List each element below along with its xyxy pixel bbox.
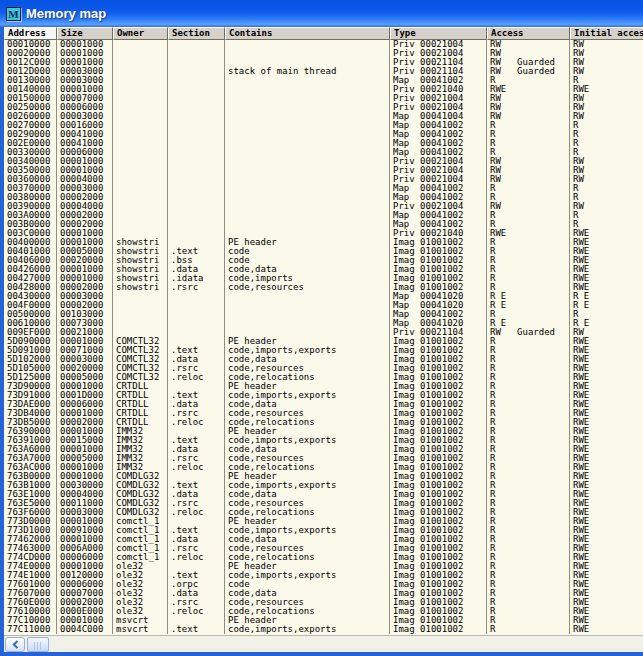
table-row[interactable]: 0040600000020000showstri.bsscodeImag 010… — [4, 256, 643, 265]
cell-type: Imag 01001002 — [390, 571, 487, 580]
cell-initial_access: RW — [570, 94, 643, 103]
table-row[interactable]: 003A000000002000Map 00041002RR — [4, 211, 643, 220]
table-row[interactable]: 002E000000041000Map 00041002RR — [4, 139, 643, 148]
column-header-owner[interactable]: Owner — [113, 27, 168, 40]
table-row[interactable]: 776100000000E000ole32.reloccode,relocati… — [4, 607, 643, 616]
table-row[interactable]: 0025000000006000Priv 00021004RWRW — [4, 103, 643, 112]
table-row[interactable]: 774E100000120000ole32.textcode,imports,e… — [4, 571, 643, 580]
table-row[interactable]: 0002000000001000Priv 00021004RWRW — [4, 49, 643, 58]
cell-address: 763E1000 — [4, 490, 57, 499]
table-row[interactable]: 003C000000001000Priv 00021040RWERWE — [4, 229, 643, 238]
cell-access: RW Guarded — [487, 58, 570, 67]
table-row[interactable]: 0040000000001000showstriPE headerImag 01… — [4, 238, 643, 247]
column-header-initial_access[interactable]: Initial access — [570, 27, 643, 40]
table-row[interactable]: 763F600000003000COMDLG32.reloccode,reloc… — [4, 508, 643, 517]
cell-owner: CRTDLL — [113, 400, 168, 409]
cell-initial_access: RWE — [570, 517, 643, 526]
table-row[interactable]: 7760E00000002000ole32.rsrccode,resources… — [4, 598, 643, 607]
table-row[interactable]: 774630000006A000comctl_1.rsrccode,resour… — [4, 544, 643, 553]
column-header-contains[interactable]: Contains — [225, 27, 390, 40]
table-row[interactable]: 0043000000003000Map 00041020R ER E — [4, 292, 643, 301]
column-header-access[interactable]: Access — [487, 27, 570, 40]
table-row[interactable]: 0026000000003000Map 00041004RWRW — [4, 112, 643, 121]
table-row[interactable]: 5D10500000020000COMCTL32.rsrccode,resour… — [4, 364, 643, 373]
table-row[interactable]: 0061000000073000Map 00041020R ER E — [4, 319, 643, 328]
table-row[interactable]: 773D000000001000comctl_1PE headerImag 01… — [4, 517, 643, 526]
cell-owner — [113, 58, 168, 67]
scroll-left-button[interactable] — [5, 637, 25, 652]
table-row[interactable]: 73DAE00000006000CRTDLL.datacode,dataImag… — [4, 400, 643, 409]
table-row[interactable]: 5D10200000003000COMCTL32.datacode,dataIm… — [4, 355, 643, 364]
table-row[interactable]: 73DB400000001000CRTDLL.rsrccode,resource… — [4, 409, 643, 418]
table-row[interactable]: 0039000000004000Priv 00021004RWRW — [4, 202, 643, 211]
table-row[interactable]: 0042800000002000showstri.rsrccode,resour… — [4, 283, 643, 292]
table-row[interactable]: 0042600000001000showstri.datacode,dataIm… — [4, 265, 643, 274]
table-row[interactable]: 0013000000003000Map 00041002RR — [4, 76, 643, 85]
table-row[interactable]: 0050000000103000Map 00041002RR — [4, 310, 643, 319]
table-row[interactable]: 0036000000004000Priv 00021004RWRW — [4, 175, 643, 184]
table-row[interactable]: 0038000000002000Map 00041002RR — [4, 193, 643, 202]
table-row[interactable]: 5D09100000071000COMCTL32.textcode,import… — [4, 346, 643, 355]
table-row[interactable]: 0042700000001000showstri.idatacode,impor… — [4, 274, 643, 283]
table-row[interactable]: 0014000000001000Priv 00021040RWERWE — [4, 85, 643, 94]
table-row[interactable]: 763AC00000001000IMM32.reloccode,relocati… — [4, 463, 643, 472]
table-row[interactable]: 5D12500000005000COMCTL32.reloccode,reloc… — [4, 373, 643, 382]
table-row[interactable]: 73D9000000001000CRTDLLPE headerImag 0100… — [4, 382, 643, 391]
table-row[interactable]: 773D100000091000comctl_1.textcode,import… — [4, 526, 643, 535]
table-row[interactable]: 763A700000005000IMM32.rsrccode,resources… — [4, 454, 643, 463]
cell-initial_access: RWE — [570, 391, 643, 400]
table-row[interactable]: 774E000000001000ole32PE headerImag 01001… — [4, 562, 643, 571]
table-row[interactable]: 0035000000001000Priv 00021004RWRW — [4, 166, 643, 175]
table-row[interactable]: 763B100000030000COMDLG32.textcode,import… — [4, 481, 643, 490]
horizontal-scrollbar[interactable] — [4, 635, 643, 652]
column-header-address[interactable]: Address — [4, 27, 57, 40]
table-row[interactable]: 0034000000001000Priv 00021004RWRW — [4, 157, 643, 166]
table-row[interactable]: 763E100000004000COMDLG32.datacode,dataIm… — [4, 490, 643, 499]
table-row[interactable]: 7760100000006000ole32.orpccodeImag 01001… — [4, 580, 643, 589]
table-row[interactable]: 77C110000004C000msvcrt.textcode,imports,… — [4, 625, 643, 634]
cell-address: 77463000 — [4, 544, 57, 553]
column-header-type[interactable]: Type — [390, 27, 487, 40]
cell-contains: code,imports,exports — [225, 625, 390, 634]
table-row[interactable]: 0015000000007000Priv 00021004RWRW — [4, 94, 643, 103]
cell-section — [168, 121, 225, 130]
cell-address: 00406000 — [4, 256, 57, 265]
table-row[interactable]: 0040100000005000showstri.textcodeImag 01… — [4, 247, 643, 256]
table-row[interactable]: 0001000000001000Priv 00021004RWRW — [4, 40, 643, 49]
table-row[interactable]: 774CD00000006000comctl_1.reloccode,reloc… — [4, 553, 643, 562]
table-row[interactable]: 0012D00000003000stack of main threadPriv… — [4, 67, 643, 76]
cell-section: .reloc — [168, 607, 225, 616]
table-row[interactable]: 0012C00000001000Priv 00021104RW GuardedR… — [4, 58, 643, 67]
table-row[interactable]: 5D09000000001000COMCTL32PE headerImag 01… — [4, 337, 643, 346]
table-row[interactable]: 0027000000016000Map 00041002RR — [4, 121, 643, 130]
column-header-size[interactable]: Size — [57, 27, 113, 40]
cell-initial_access: RWE — [570, 256, 643, 265]
table-row[interactable]: 73D910000001D000CRTDLL.textcode,imports,… — [4, 391, 643, 400]
table-row[interactable]: 7760700000007000ole32.datacode,dataImag … — [4, 589, 643, 598]
cell-section: .reloc — [168, 418, 225, 427]
table-row[interactable]: 0029000000041000Map 00041002RR — [4, 130, 643, 139]
table-row[interactable]: 7639100000015000IMM32.textcode,imports,e… — [4, 436, 643, 445]
cell-section: .reloc — [168, 508, 225, 517]
cell-type: Imag 01001002 — [390, 616, 487, 625]
cell-size: 00011000 — [57, 499, 113, 508]
cell-contains — [225, 310, 390, 319]
table-row[interactable]: 77C1000000001000msvcrtPE headerImag 0100… — [4, 616, 643, 625]
table-row[interactable]: 004F000000002000Map 00041020R ER E — [4, 301, 643, 310]
scrollbar-thumb[interactable] — [27, 637, 49, 652]
table-row[interactable]: 009EF00000021000Priv 00021104RW GuardedR… — [4, 328, 643, 337]
table-row[interactable]: 763B000000001000COMDLG32PE headerImag 01… — [4, 472, 643, 481]
cell-owner — [113, 103, 168, 112]
cell-initial_access: R — [570, 139, 643, 148]
table-row[interactable]: 7639000000001000IMM32PE headerImag 01001… — [4, 427, 643, 436]
table-row[interactable]: 763E500000011000COMDLG32.rsrccode,resour… — [4, 499, 643, 508]
memory-map-icon[interactable]: M — [6, 7, 21, 21]
titlebar[interactable]: M Memory map — [0, 0, 643, 27]
column-header-section[interactable]: Section — [168, 27, 225, 40]
table-row[interactable]: 7746200000001000comctl_1.datacode,dataIm… — [4, 535, 643, 544]
table-row[interactable]: 0037000000003000Map 00041002RR — [4, 184, 643, 193]
table-row[interactable]: 0033000000006000Map 00041002RR — [4, 148, 643, 157]
table-row[interactable]: 003B000000002000Map 00041002RR — [4, 220, 643, 229]
table-row[interactable]: 763A600000001000IMM32.datacode,dataImag … — [4, 445, 643, 454]
table-row[interactable]: 73DB500000002000CRTDLL.reloccode,relocat… — [4, 418, 643, 427]
